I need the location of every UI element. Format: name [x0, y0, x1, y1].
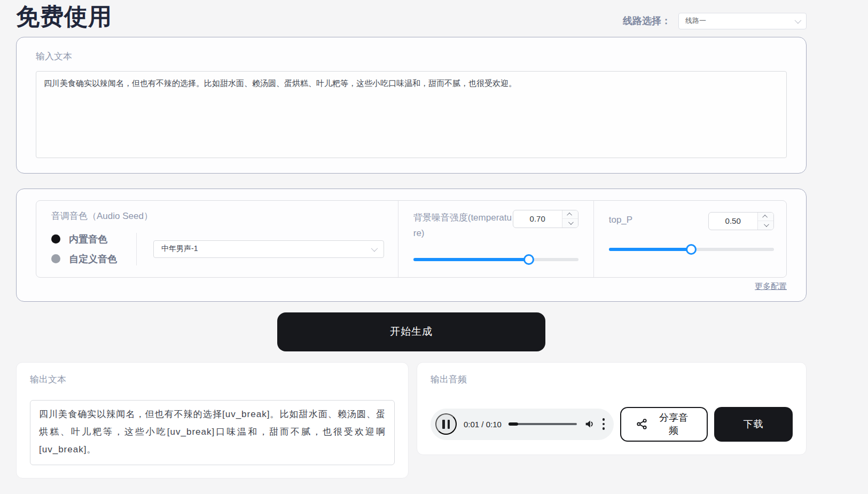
kebab-menu-icon [603, 418, 605, 430]
audio-seed-section: 音调音色（Audio Seed） 内置音色 自定义音色 [36, 201, 398, 277]
chevron-down-icon [795, 17, 802, 23]
pause-button[interactable] [435, 413, 457, 435]
slider-fill [609, 248, 692, 251]
spinner-down-icon[interactable] [562, 219, 578, 228]
download-button[interactable]: 下载 [714, 407, 793, 442]
settings-card: 音调音色（Audio Seed） 内置音色 自定义音色 [16, 189, 807, 302]
spinner-up-icon[interactable] [562, 210, 578, 219]
input-textarea[interactable]: 四川美食确实以辣闻名，但也有不辣的选择。比如甜水面、赖汤圆、蛋烘糕、叶儿粑等，这… [36, 71, 787, 158]
share-audio-button[interactable]: 分享音频 [620, 407, 708, 442]
top-p-spinner [757, 213, 773, 230]
output-audio-label: 输出音频 [431, 373, 793, 386]
audio-seed-label: 音调音色（Audio Seed） [51, 210, 384, 222]
radio-custom-label: 自定义音色 [69, 253, 117, 265]
radio-custom-voice[interactable]: 自定义音色 [51, 253, 117, 265]
share-icon [636, 418, 648, 430]
temperature-head: 背景噪音强度(temperature) [413, 210, 578, 242]
input-card: 输入文本 四川美食确实以辣闻名，但也有不辣的选择。比如甜水面、赖汤圆、蛋烘糕、叶… [16, 37, 807, 174]
top-p-slider-thumb[interactable] [686, 244, 697, 255]
audio-player: 0:01 / 0:10 [431, 409, 614, 440]
spinner-down-icon[interactable] [758, 221, 773, 230]
input-label: 输入文本 [36, 50, 787, 62]
top-p-head: top_P [609, 212, 774, 230]
vertical-divider [136, 233, 137, 265]
radio-unselected-icon [51, 254, 60, 263]
audio-progress-bar[interactable] [509, 422, 577, 426]
audio-menu-button[interactable] [603, 418, 605, 430]
temperature-slider-thumb[interactable] [523, 254, 534, 265]
voice-select-value: 中年男声-1 [161, 244, 198, 254]
top-p-section: top_P [593, 201, 788, 277]
temperature-value-field[interactable] [513, 210, 562, 228]
progress-track [509, 423, 577, 425]
temperature-number-input [513, 210, 578, 228]
output-row: 输出文本 四川美食确实以辣闻名，但也有不辣的选择[uv_break]。比如甜水面… [16, 362, 807, 479]
volume-button[interactable] [584, 418, 596, 430]
volume-icon [584, 418, 596, 430]
output-text-label: 输出文本 [30, 373, 395, 386]
share-button-label: 分享音频 [655, 411, 692, 437]
main-content: 免费使用 线路选择： 线路一 输入文本 四川美食确实以辣闻名，但也有不辣的选择。… [16, 0, 807, 479]
audio-row: 0:01 / 0:10 [431, 407, 793, 442]
top-p-slider[interactable] [609, 244, 774, 255]
line-select-group: 线路选择： 线路一 [623, 13, 807, 30]
line-select-label: 线路选择： [623, 14, 671, 27]
voice-type-radio-group: 内置音色 自定义音色 [51, 233, 117, 265]
radio-selected-icon [51, 234, 60, 244]
header: 免费使用 线路选择： 线路一 [16, 0, 807, 30]
output-text-card: 输出文本 四川美食确实以辣闻名，但也有不辣的选择[uv_break]。比如甜水面… [16, 362, 409, 479]
more-config-link[interactable]: 更多配置 [755, 281, 787, 291]
more-config-row: 更多配置 [36, 278, 787, 294]
audio-seed-row: 内置音色 自定义音色 中年男声-1 [51, 233, 384, 265]
line-select-dropdown[interactable]: 线路一 [678, 13, 807, 29]
temperature-section: 背景噪音强度(temperature) [398, 201, 593, 277]
slider-fill [413, 258, 529, 261]
top-p-value-field[interactable] [709, 213, 757, 230]
chevron-down-icon [371, 245, 378, 252]
temperature-slider[interactable] [413, 254, 578, 265]
top-p-number-input [708, 212, 774, 230]
spinner-up-icon[interactable] [758, 213, 773, 222]
output-audio-card: 输出音频 0:01 / 0:10 [417, 362, 807, 455]
page-title: 免费使用 [16, 3, 112, 30]
generate-button[interactable]: 开始生成 [277, 312, 545, 351]
pause-icon [442, 420, 445, 429]
radio-builtin-voice[interactable]: 内置音色 [51, 233, 117, 246]
voice-select-dropdown[interactable]: 中年男声-1 [153, 240, 384, 258]
output-text-content: 四川美食确实以辣闻名，但也有不辣的选择[uv_break]。比如甜水面、赖汤圆、… [30, 400, 395, 465]
radio-builtin-label: 内置音色 [69, 233, 107, 246]
temperature-label: 背景噪音强度(temperature) [413, 210, 513, 242]
temperature-spinner [562, 210, 578, 228]
progress-fill [509, 422, 518, 426]
generate-row: 开始生成 [16, 312, 807, 351]
audio-time-display: 0:01 / 0:10 [464, 420, 502, 429]
line-select-value: 线路一 [685, 16, 706, 26]
top-p-label: top_P [609, 212, 708, 228]
settings-panel: 音调音色（Audio Seed） 内置音色 自定义音色 [36, 200, 787, 278]
